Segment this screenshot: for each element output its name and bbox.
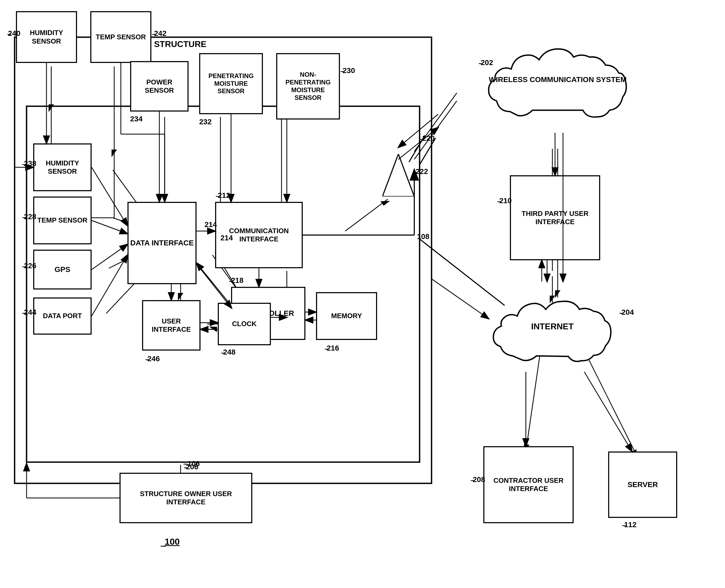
internet-cloud: INTERNET [489,281,616,372]
svg-line-54 [92,167,127,226]
gps-module: GPS [33,250,92,290]
svg-line-57 [92,255,127,316]
ref-106: –106 [183,459,200,468]
svg-line-55 [92,220,127,234]
temp-sensor-outer: TEMP SENSOR [90,11,151,63]
data-interface: DATA INTERFACE [127,202,196,284]
svg-line-61 [198,266,232,308]
ref-214: 214 [220,234,233,242]
server: SERVER [608,451,677,518]
humidity-sensor-outer: HUMIDITY SENSOR [16,11,77,63]
diagram-container: HUMIDITY SENSOR 240 – TEMP SENSOR 242 – … [0,0,725,588]
memory: MEMORY [316,292,377,340]
structure-owner-ui: STRUCTURE OWNER USER INTERFACE [120,473,252,523]
wireless-comm-cloud: WIRELESS COMMUNICATION SYSTEM [483,26,632,133]
svg-line-42 [409,135,425,162]
diagram-number: 100 [165,537,180,547]
structure-label: STRUCTURE [154,39,206,49]
ref-234: 234 [130,115,143,123]
svg-text:108: 108 [417,232,429,240]
svg-line-43 [420,138,435,165]
penetrating-moisture-sensor: PENETRATING MOISTURE SENSOR [199,53,263,114]
temp-sensor-inner: TEMP SENSOR [33,196,92,244]
svg-line-78 [584,372,632,451]
power-sensor: POWER SENSOR [130,61,189,111]
non-penetrating-moisture-sensor: NON- PENETRATING MOISTURE SENSOR [276,53,340,120]
user-interface-inner: USER INTERFACE [142,300,200,351]
svg-line-81 [431,279,489,319]
humidity-sensor-inner: HUMIDITY SENSOR [33,143,92,191]
svg-line-60 [196,263,231,306]
contractor-ui: CONTRACTOR USER INTERFACE [483,446,574,523]
data-port: DATA PORT [33,297,92,335]
third-party-ui: THIRD PARTY USER INTERFACE [510,175,600,260]
ref-232: 232 [199,118,212,126]
svg-line-56 [92,244,127,270]
svg-line-29 [345,199,388,231]
signal-lines [404,130,457,170]
clock: CLOCK [218,303,271,345]
